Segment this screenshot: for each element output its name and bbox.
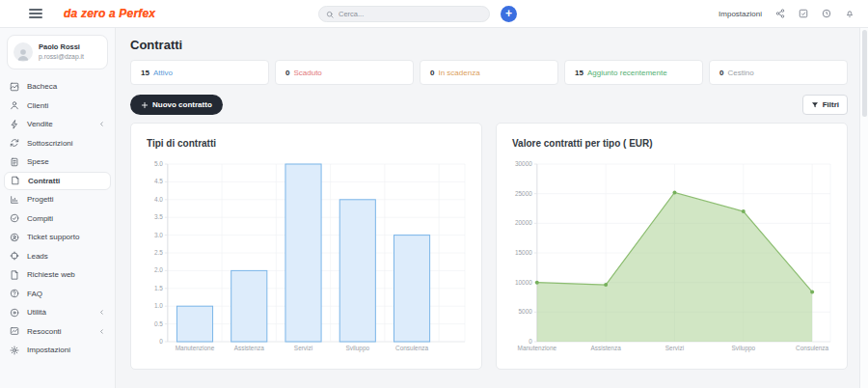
svg-text:Sviluppo: Sviluppo xyxy=(731,345,755,352)
svg-text:4.5: 4.5 xyxy=(154,178,163,184)
sidebar-item-label: Ticket supporto xyxy=(27,233,79,241)
scrollbar[interactable] xyxy=(859,28,868,388)
sidebar-item-resoconti[interactable]: Resoconti xyxy=(0,322,115,342)
sidebar-item-contratti[interactable]: Contratti xyxy=(4,172,111,191)
sidebar-item-label: Progetti xyxy=(27,195,54,204)
sidebar-item-richieste-web[interactable]: Richieste web xyxy=(0,265,115,285)
share-icon[interactable] xyxy=(775,9,785,18)
summary-label: Aggiunto recentemente xyxy=(587,69,667,77)
sidebar-item-vendite[interactable]: Vendite xyxy=(0,115,115,134)
data-point-sviluppo[interactable] xyxy=(742,209,746,213)
settings-icon xyxy=(10,346,19,355)
new-contract-button[interactable]: Nuovo contratto xyxy=(130,95,223,115)
bar-consulenza[interactable] xyxy=(393,236,429,342)
bar-sviluppo[interactable] xyxy=(339,200,375,342)
chart-title: Valore contratti per tipo ( EUR) xyxy=(512,138,833,149)
sales-icon xyxy=(10,120,19,129)
sidebar-item-utilit-[interactable]: Utilità xyxy=(0,303,115,322)
quick-add-button[interactable]: + xyxy=(501,6,517,22)
contract-types-chart-card: Tipi di contratti 00.51.01.52.02.53.03.5… xyxy=(130,123,482,370)
summary-card-aggiunto-recentemente[interactable]: 15Aggiunto recentemente xyxy=(564,60,703,85)
sidebar-item-compiti[interactable]: Compiti xyxy=(0,209,115,229)
svg-text:1.0: 1.0 xyxy=(154,302,163,309)
svg-text:30000: 30000 xyxy=(515,160,532,167)
faq-icon xyxy=(10,289,19,298)
bar-assistenza[interactable] xyxy=(231,270,267,342)
svg-text:1.5: 1.5 xyxy=(154,285,163,291)
sidebar-item-label: Contratti xyxy=(28,177,60,185)
new-contract-label: Nuovo contratto xyxy=(152,100,212,109)
reports-icon xyxy=(10,326,19,336)
summary-card-cestino[interactable]: 0Cestino xyxy=(709,60,848,85)
svg-text:20000: 20000 xyxy=(515,219,532,226)
sidebar-item-progetti[interactable]: Progetti xyxy=(0,190,115,209)
svg-text:15000: 15000 xyxy=(515,249,532,256)
filters-button[interactable]: Filtri xyxy=(802,95,848,115)
chevron-left-icon[interactable] xyxy=(98,328,105,335)
clock-icon[interactable] xyxy=(822,9,831,18)
svg-text:Servizi: Servizi xyxy=(665,345,684,351)
chevron-left-icon[interactable] xyxy=(98,309,105,316)
bell-icon[interactable] xyxy=(845,9,854,18)
summary-card-attivo[interactable]: 15Attivo xyxy=(130,60,269,85)
sidebar-nav: BachecaClientiVenditeSottoscrizioniSpese… xyxy=(0,77,115,360)
svg-text:Manutenzione: Manutenzione xyxy=(518,345,557,351)
summary-cards-row: 15Attivo0Scaduto0In scadenza15Aggiunto r… xyxy=(130,60,848,85)
area-chart[interactable]: 050001000015000200002500030000Manutenzio… xyxy=(510,158,833,359)
sidebar-item-bacheca[interactable]: Bacheca xyxy=(0,77,115,97)
user-profile-card[interactable]: Paolo Rossi p.rossi@dzap.it xyxy=(7,35,108,69)
data-point-consulenza[interactable] xyxy=(810,290,814,293)
logo-text[interactable]: da zero a Perfex xyxy=(64,7,155,20)
svg-text:0.5: 0.5 xyxy=(154,320,163,327)
svg-text:0: 0 xyxy=(529,338,532,345)
projects-icon xyxy=(10,195,19,205)
svg-text:Consulenza: Consulenza xyxy=(796,345,828,351)
data-point-manutenzione[interactable] xyxy=(535,281,539,285)
sidebar-item-label: Sottoscrizioni xyxy=(27,139,73,148)
chevron-left-icon[interactable] xyxy=(98,121,105,127)
bar-servizi[interactable] xyxy=(285,164,321,342)
bar-chart[interactable]: 00.51.01.52.02.53.03.54.04.55.0Manutenzi… xyxy=(145,158,468,359)
sidebar-item-clienti[interactable]: Clienti xyxy=(0,97,115,116)
summary-card-scaduto[interactable]: 0Scaduto xyxy=(275,60,414,85)
sidebar-item-sottoscrizioni[interactable]: Sottoscrizioni xyxy=(0,134,115,153)
scrollbar-thumb[interactable] xyxy=(862,30,867,117)
svg-text:4.0: 4.0 xyxy=(154,196,163,203)
search-bar[interactable] xyxy=(318,6,490,22)
sidebar: Paolo Rossi p.rossi@dzap.it BachecaClien… xyxy=(0,28,116,388)
svg-text:Assistenza: Assistenza xyxy=(591,345,622,351)
sidebar-item-spese[interactable]: Spese xyxy=(0,152,115,172)
svg-text:Consulenza: Consulenza xyxy=(395,345,428,351)
chart-title: Tipi di contratti xyxy=(147,138,468,149)
topbar: da zero a Perfex + Impostazioni xyxy=(0,0,868,28)
bar-manutenzione[interactable] xyxy=(176,306,212,342)
data-point-servizi[interactable] xyxy=(672,190,676,194)
check-square-icon[interactable] xyxy=(799,9,808,18)
svg-text:0: 0 xyxy=(159,338,163,345)
data-point-assistenza[interactable] xyxy=(604,283,608,287)
sidebar-item-faq[interactable]: FAQ xyxy=(0,285,115,304)
search-icon xyxy=(326,11,334,18)
avatar xyxy=(14,42,33,62)
contract-values-chart-card: Valore contratti per tipo ( EUR) 0500010… xyxy=(496,123,848,370)
summary-value: 0 xyxy=(285,69,289,77)
sidebar-item-label: Bacheca xyxy=(27,82,57,91)
sidebar-item-ticket-supporto[interactable]: Ticket supporto xyxy=(0,228,115,247)
sidebar-item-leads[interactable]: Leads xyxy=(0,247,115,266)
sidebar-item-label: FAQ xyxy=(27,290,42,298)
search-input[interactable] xyxy=(339,10,482,18)
hamburger-menu-icon[interactable] xyxy=(29,9,42,18)
svg-text:5000: 5000 xyxy=(519,308,533,315)
summary-label: In scadenza xyxy=(438,69,479,77)
summary-card-in-scadenza[interactable]: 0In scadenza xyxy=(420,60,558,85)
summary-label: Cestino xyxy=(727,69,753,77)
sidebar-item-impostazioni[interactable]: Impostazioni xyxy=(0,341,115,360)
sidebar-item-label: Spese xyxy=(27,157,49,166)
user-email: p.rossi@dzap.it xyxy=(39,52,84,61)
svg-text:2.0: 2.0 xyxy=(154,266,163,273)
topbar-settings-link[interactable]: Impostazioni xyxy=(719,10,762,18)
web-icon xyxy=(10,270,19,280)
sidebar-item-label: Resoconti xyxy=(27,327,62,336)
svg-text:5.0: 5.0 xyxy=(154,160,163,167)
summary-label: Scaduto xyxy=(293,69,321,77)
